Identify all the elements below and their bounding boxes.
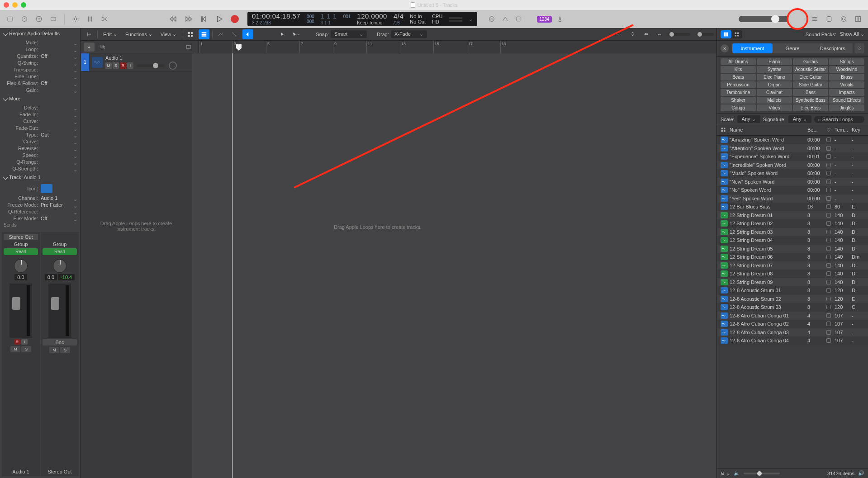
- record-enable-button[interactable]: R: [120, 62, 126, 69]
- h-zoom-slider[interactable]: [668, 33, 690, 36]
- loop-row[interactable]: 12 String Dream 058140D: [717, 245, 868, 253]
- category-button[interactable]: Synths: [757, 66, 792, 73]
- category-button[interactable]: Shaker: [721, 97, 756, 104]
- loop-row[interactable]: 12 String Dream 088140D: [717, 270, 868, 278]
- lcd-display[interactable]: 01:00:04:18.573 2 2 238 000000 1 1 13 1 …: [247, 12, 477, 26]
- inspector-row[interactable]: Loop:⌄: [0, 46, 81, 52]
- sun-icon[interactable]: [70, 14, 81, 24]
- record-button[interactable]: [229, 14, 240, 24]
- browsers-button[interactable]: [853, 14, 863, 24]
- loop-row[interactable]: "Amazing" Spoken Word00:00--: [717, 136, 868, 144]
- link-icon[interactable]: ⇔: [640, 29, 651, 39]
- cycle-button[interactable]: [486, 14, 497, 24]
- region-header[interactable]: Region: Audio Defaults: [0, 28, 81, 39]
- inspector-row[interactable]: Reverse:⌄: [0, 145, 81, 151]
- track-icon[interactable]: [92, 57, 103, 68]
- volume-fader[interactable]: [9, 284, 32, 338]
- category-button[interactable]: Percussion: [721, 81, 756, 88]
- category-button[interactable]: Kits: [721, 66, 756, 73]
- zoom-h-icon[interactable]: ↔: [654, 29, 665, 39]
- loop-row[interactable]: 12 Bar Blues Bass1680E: [717, 203, 868, 211]
- inspector-row[interactable]: Mute:⌄: [0, 39, 81, 46]
- minimize-window[interactable]: [12, 2, 18, 8]
- category-button[interactable]: Conga: [721, 104, 756, 111]
- loop-row[interactable]: 12-8 Acoustic Strum 028120E: [717, 295, 868, 303]
- loop-row[interactable]: 12-8 Afro Cuban Conga 034107-: [717, 328, 868, 337]
- loop-row[interactable]: 12 String Dream 078140D: [717, 261, 868, 270]
- volume-fader[interactable]: [48, 284, 71, 338]
- bar-ruler[interactable]: 135791113151719: [199, 41, 716, 53]
- favorite-checkbox[interactable]: [826, 246, 831, 251]
- favorite-checkbox[interactable]: [826, 204, 831, 209]
- automation-read-button[interactable]: Read: [4, 248, 38, 255]
- inspector-row[interactable]: Flex & Follow:Off⌄: [0, 80, 81, 86]
- stop-button[interactable]: [199, 14, 209, 24]
- global-tracks-button[interactable]: [183, 43, 194, 52]
- loop-row[interactable]: "Experience" Spoken Word00:01--: [717, 152, 868, 161]
- loop-row[interactable]: 12-8 Afro Cuban Conga 024107-: [717, 320, 868, 328]
- tab-instrument[interactable]: Instrument: [732, 43, 773, 53]
- clear-filters-button[interactable]: ✕: [721, 44, 729, 52]
- favorite-checkbox[interactable]: [826, 221, 831, 226]
- track-row-1[interactable]: 1 Audio 1 M S R I: [81, 53, 192, 71]
- drag-select[interactable]: X-Fade ⌄: [391, 30, 427, 38]
- favorite-checkbox[interactable]: [826, 305, 831, 309]
- favorite-checkbox[interactable]: [826, 322, 831, 326]
- zoom-v-icon[interactable]: ⇕: [627, 29, 638, 39]
- master-volume-pill[interactable]: 1234: [537, 16, 551, 23]
- automation-read-button[interactable]: Read: [43, 248, 77, 255]
- inspector-row[interactable]: Q-Reference:⌄: [0, 208, 81, 215]
- category-button[interactable]: Beats: [721, 74, 756, 80]
- inspector-row[interactable]: Fade-In:⌄: [0, 111, 81, 118]
- favorite-checkbox[interactable]: [826, 288, 831, 293]
- pan-knob[interactable]: [14, 259, 28, 273]
- functions-menu[interactable]: Functions⌄: [123, 31, 155, 37]
- favorite-checkbox[interactable]: [826, 230, 831, 234]
- view-menu[interactable]: View⌄: [158, 31, 180, 37]
- inspector-button[interactable]: [19, 14, 30, 24]
- loop-browser-button[interactable]: [838, 14, 849, 24]
- signature-select[interactable]: Any ⌄: [788, 115, 811, 123]
- loop-play-button[interactable]: ⊖ ⌄: [721, 470, 730, 476]
- category-button[interactable]: Piano: [757, 58, 792, 65]
- waveform-icon[interactable]: ⊹: [613, 29, 624, 39]
- favorite-checkbox[interactable]: [826, 238, 831, 242]
- marquee-tool[interactable]: ⌄: [290, 29, 301, 39]
- inspector-row[interactable]: Q-Strength:⌄: [0, 165, 81, 172]
- arrow-icon[interactable]: [84, 29, 95, 39]
- category-button[interactable]: Impacts: [829, 89, 864, 96]
- mixer-icon[interactable]: [85, 14, 95, 24]
- favorite-checkbox[interactable]: [826, 280, 831, 284]
- inspector-row[interactable]: Q-Range:⌄: [0, 158, 81, 165]
- category-button[interactable]: Woodwind: [829, 66, 864, 73]
- loop-row[interactable]: "New" Spoken Word00:00--: [717, 178, 868, 186]
- tab-genre[interactable]: Genre: [773, 43, 813, 53]
- category-button[interactable]: All Drums: [721, 58, 756, 65]
- category-button[interactable]: Tambourine: [721, 89, 756, 96]
- v-zoom-slider[interactable]: [696, 33, 714, 36]
- inspector-row[interactable]: Flex Mode:Off⌄: [0, 215, 81, 222]
- count-in-button[interactable]: [513, 14, 524, 24]
- category-button[interactable]: Clavinet: [757, 89, 792, 96]
- loop-view-toggle[interactable]: [721, 30, 742, 38]
- track-pan-knob[interactable]: [169, 62, 177, 70]
- forward-button[interactable]: [183, 14, 194, 24]
- automation-icon[interactable]: [215, 29, 226, 39]
- inspector-row[interactable]: Quantize:Off⌄: [0, 52, 81, 59]
- button-view-icon[interactable]: [731, 30, 742, 38]
- grid-icon[interactable]: [185, 29, 196, 39]
- inspector-row[interactable]: Curve:⌄: [0, 138, 81, 145]
- loop-row[interactable]: 12 String Dream 038140D: [717, 228, 868, 237]
- inspector-row[interactable]: Gain:⌄: [0, 86, 81, 93]
- search-input[interactable]: ⌕ Search Loops: [814, 116, 864, 123]
- mute-button[interactable]: M: [49, 347, 59, 353]
- favorite-checkbox[interactable]: [826, 137, 831, 142]
- favorite-checkbox[interactable]: [826, 255, 831, 259]
- solo-button[interactable]: S: [113, 62, 119, 69]
- favorite-checkbox[interactable]: [826, 330, 831, 335]
- favorite-checkbox[interactable]: [826, 163, 831, 167]
- category-button[interactable]: Jingles: [829, 104, 864, 111]
- help-button[interactable]: ?: [33, 14, 44, 24]
- loop-row[interactable]: 12 String Dream 018140D: [717, 211, 868, 220]
- favorite-checkbox[interactable]: [826, 154, 831, 159]
